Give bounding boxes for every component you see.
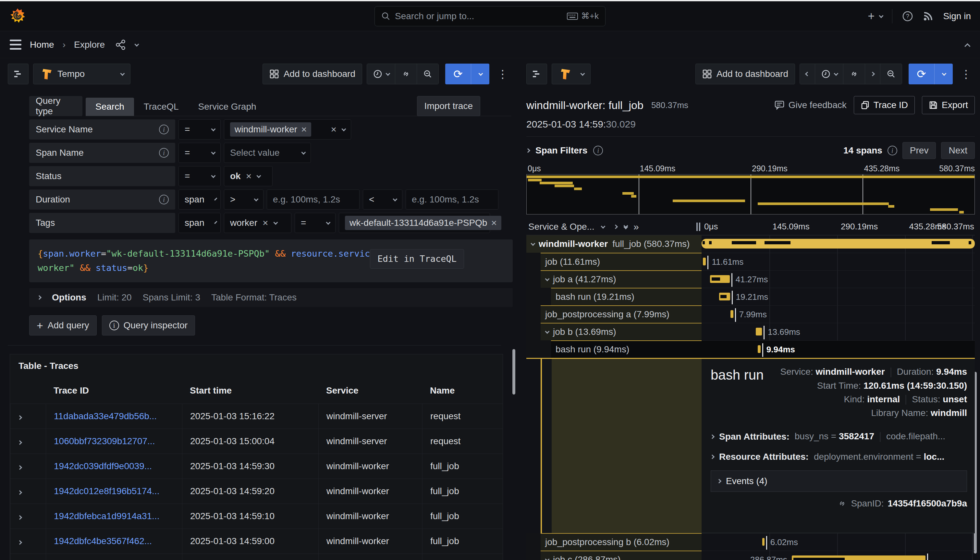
info-icon[interactable]: i xyxy=(888,146,897,155)
run-query-button[interactable]: ⟳ xyxy=(908,63,953,84)
add-to-dashboard-button[interactable]: Add to dashboard xyxy=(695,63,795,84)
panel-kebab-menu[interactable]: ⋮ xyxy=(957,67,975,80)
span-row[interactable]: windmill-workerfull_job (580.37ms) xyxy=(526,235,975,253)
info-icon[interactable]: i xyxy=(159,125,169,134)
service-name-operator[interactable]: = xyxy=(178,119,221,140)
expand-chevron[interactable] xyxy=(711,434,715,439)
duration-gt-operator[interactable]: > xyxy=(224,190,263,210)
query-outline-button[interactable] xyxy=(526,63,547,84)
span-bar[interactable] xyxy=(703,258,706,265)
row-expand-chevron[interactable] xyxy=(10,503,46,528)
link-split-button[interactable] xyxy=(395,64,417,84)
expand-all-icon[interactable] xyxy=(624,225,627,229)
row-expand-chevron[interactable] xyxy=(10,403,46,428)
span-name-value[interactable]: Select value xyxy=(224,143,311,163)
span-track[interactable]: 13.69ms xyxy=(702,323,975,340)
span-collapse-chevron[interactable] xyxy=(545,329,549,334)
trace-id-link[interactable]: 1942dbfebca1d9914a31... xyxy=(46,503,182,528)
sign-in-link[interactable]: Sign in xyxy=(943,11,971,22)
span-collapse-chevron[interactable] xyxy=(545,557,549,560)
import-trace-button[interactable]: Import trace xyxy=(417,96,480,116)
span-row[interactable]: bash run (9.94ms) 9.94ms xyxy=(526,340,975,358)
row-expand-chevron[interactable] xyxy=(10,528,46,553)
status-value[interactable]: ok× xyxy=(224,166,273,186)
query-outline-button[interactable] xyxy=(8,63,28,84)
tags-operator[interactable]: = xyxy=(295,213,335,233)
span-track[interactable]: 19.21ms xyxy=(702,288,975,305)
left-scrollbar-thumb[interactable] xyxy=(512,349,515,395)
resource-attributes-row[interactable]: Resource Attributes: deployment.environm… xyxy=(711,452,972,462)
tab-search[interactable]: Search xyxy=(86,98,134,116)
span-filters-expand-chevron[interactable] xyxy=(526,148,530,153)
span-row[interactable]: bash run (19.21ms) 19.21ms xyxy=(526,288,975,305)
info-icon[interactable]: i xyxy=(159,148,169,158)
datasource-picker[interactable] xyxy=(552,63,591,84)
trace-id-button[interactable]: Trace ID xyxy=(854,96,915,114)
search-input[interactable]: Search or jump to... ⌘+k xyxy=(375,6,605,26)
zoom-out-button[interactable] xyxy=(417,64,438,84)
collapse-panel-chevron-up-icon[interactable] xyxy=(966,40,970,50)
column-header[interactable]: Trace ID xyxy=(46,380,182,403)
trace-id-link[interactable]: 1942dc039dfdf9e0039... xyxy=(46,453,182,478)
service-operation-column-header[interactable]: Service & Ope... xyxy=(528,222,595,232)
tags-scope-select[interactable]: span xyxy=(178,213,221,233)
span-bar[interactable] xyxy=(730,310,733,318)
span-bar[interactable] xyxy=(762,538,765,546)
trace-minimap[interactable] xyxy=(526,174,975,215)
tag-value-chip[interactable]: wk-default-133114d6a91e-PSPQb× xyxy=(345,216,502,230)
share-icon[interactable] xyxy=(115,39,126,50)
duration-lt-operator[interactable]: < xyxy=(363,190,402,210)
news-rss-icon[interactable] xyxy=(923,11,933,22)
column-header[interactable]: Name xyxy=(422,380,503,403)
link-icon[interactable] xyxy=(837,499,847,508)
span-bar[interactable] xyxy=(756,328,762,335)
datasource-picker[interactable]: Tempo xyxy=(33,63,130,84)
span-track[interactable]: 11.61ms xyxy=(702,253,975,270)
panel-kebab-menu[interactable]: ⋮ xyxy=(494,67,512,80)
options-expand-chevron[interactable] xyxy=(37,295,42,300)
remove-chip-icon[interactable]: × xyxy=(491,218,497,228)
add-to-dashboard-button[interactable]: Add to dashboard xyxy=(263,63,362,84)
give-feedback-link[interactable]: Give feedback xyxy=(774,100,847,110)
shift-time-forward-button[interactable] xyxy=(865,64,880,84)
trace-id-link[interactable]: 1942dbf9d9fa6108d0d1... xyxy=(46,553,182,560)
zoom-out-button[interactable] xyxy=(880,64,902,84)
span-bar[interactable] xyxy=(792,555,926,560)
shift-time-back-button[interactable] xyxy=(800,64,815,84)
span-track[interactable]: 7.99ms xyxy=(702,305,975,323)
span-row[interactable]: job_postprocessing b (6.02ms) 6.02ms xyxy=(526,533,975,551)
span-track[interactable]: 6.02ms xyxy=(702,533,975,551)
prev-span-button[interactable]: Prev xyxy=(902,142,936,159)
trace-id-link[interactable]: 1942dc012e8f196b5174... xyxy=(46,478,182,503)
span-bar[interactable] xyxy=(702,239,975,248)
time-picker-button[interactable] xyxy=(815,64,843,84)
info-icon[interactable]: i xyxy=(159,195,169,204)
trace-id-link[interactable]: 1942dbfc4be3567f462... xyxy=(46,528,182,553)
span-row[interactable]: job c (286.87ms) 286.87ms xyxy=(526,551,975,560)
column-header[interactable]: Start time xyxy=(182,380,318,403)
span-bar[interactable] xyxy=(710,275,730,283)
tags-key-select[interactable]: worker× xyxy=(224,213,292,233)
chevron-down-icon[interactable] xyxy=(601,224,605,228)
remove-icon[interactable]: × xyxy=(263,218,268,228)
column-resize-handle[interactable] xyxy=(697,223,702,231)
export-button[interactable]: Export xyxy=(922,96,975,114)
span-track[interactable]: 41.27ms xyxy=(702,270,975,288)
collapse-all-icon[interactable]: » xyxy=(633,221,639,232)
expand-chevron[interactable] xyxy=(717,479,722,483)
span-track[interactable] xyxy=(702,235,975,253)
link-split-button[interactable] xyxy=(843,64,865,84)
query-inspector-button[interactable]: iQuery inspector xyxy=(102,315,195,335)
breadcrumb-explore[interactable]: Explore xyxy=(74,40,105,50)
remove-chip-icon[interactable]: × xyxy=(246,171,252,181)
span-bar[interactable] xyxy=(719,293,730,300)
row-expand-chevron[interactable] xyxy=(10,478,46,503)
run-query-button[interactable]: ⟳ xyxy=(445,63,489,84)
span-row[interactable]: job_postprocessing a (7.99ms) 7.99ms xyxy=(526,305,975,323)
breadcrumb-chevron-down-icon[interactable] xyxy=(134,42,139,47)
duration-min-input[interactable]: e.g. 100ms, 1.2s xyxy=(267,190,360,210)
menu-icon[interactable] xyxy=(10,40,22,50)
duration-scope-select[interactable]: span xyxy=(178,190,221,210)
next-span-button[interactable]: Next xyxy=(941,142,975,159)
trace-id-link[interactable]: 1060bbf732309b12707... xyxy=(46,428,182,453)
